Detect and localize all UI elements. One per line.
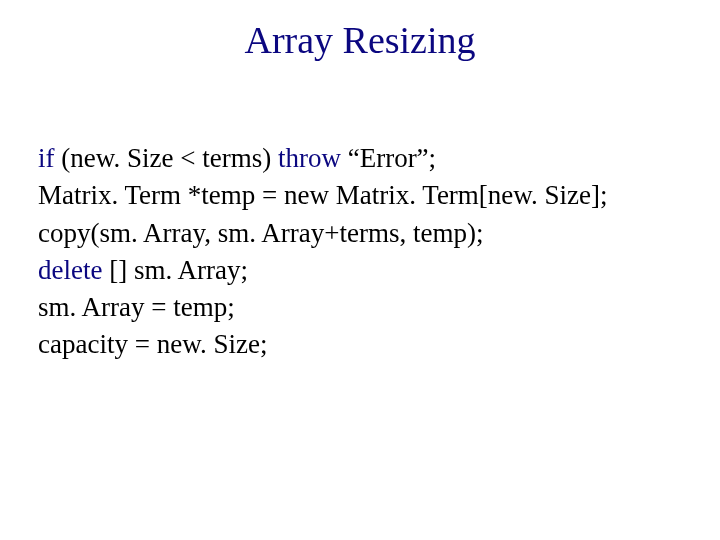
code-line-2: Matrix. Term *temp = new Matrix. Term[ne… xyxy=(38,177,682,214)
slide: Array Resizing if (new. Size < terms) th… xyxy=(0,0,720,540)
keyword-throw: throw xyxy=(278,143,341,173)
keyword-if: if xyxy=(38,143,55,173)
code-text: (new. Size < terms) xyxy=(55,143,278,173)
code-text: “Error”; xyxy=(341,143,436,173)
keyword-delete: delete xyxy=(38,255,102,285)
code-line-6: capacity = new. Size; xyxy=(38,326,682,363)
code-line-5: sm. Array = temp; xyxy=(38,289,682,326)
code-line-3: copy(sm. Array, sm. Array+terms, temp); xyxy=(38,215,682,252)
code-text: [] sm. Array; xyxy=(102,255,247,285)
code-line-1: if (new. Size < terms) throw “Error”; xyxy=(38,140,682,177)
code-block: if (new. Size < terms) throw “Error”; Ma… xyxy=(38,140,682,364)
code-line-4: delete [] sm. Array; xyxy=(38,252,682,289)
slide-title: Array Resizing xyxy=(38,18,682,62)
